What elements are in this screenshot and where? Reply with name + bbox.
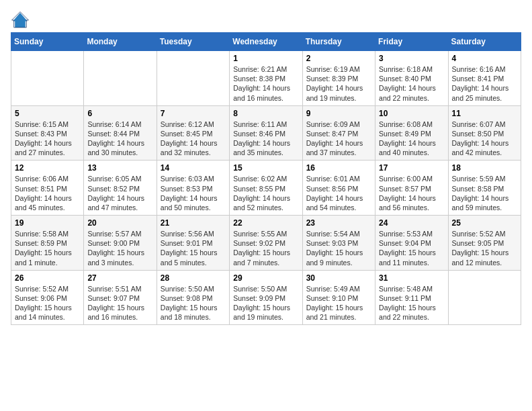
calendar-cell xyxy=(84,51,157,106)
calendar-cell: 3Sunrise: 6:18 AM Sunset: 8:40 PM Daylig… xyxy=(375,51,448,106)
day-detail: Sunrise: 5:50 AM Sunset: 9:08 PM Dayligh… xyxy=(161,284,226,322)
day-number: 14 xyxy=(161,163,226,173)
calendar-cell: 13Sunrise: 6:05 AM Sunset: 8:52 PM Dayli… xyxy=(84,161,157,216)
day-detail: Sunrise: 5:53 AM Sunset: 9:04 PM Dayligh… xyxy=(379,229,444,267)
day-detail: Sunrise: 5:52 AM Sunset: 9:05 PM Dayligh… xyxy=(452,229,517,267)
day-detail: Sunrise: 6:19 AM Sunset: 8:39 PM Dayligh… xyxy=(306,64,371,103)
weekday-header-wednesday: Wednesday xyxy=(230,33,302,51)
calendar-cell xyxy=(11,51,84,106)
calendar-cell: 11Sunrise: 6:07 AM Sunset: 8:50 PM Dayli… xyxy=(448,105,521,161)
day-number: 11 xyxy=(452,109,517,118)
day-detail: Sunrise: 6:18 AM Sunset: 8:40 PM Dayligh… xyxy=(379,64,444,103)
page-header xyxy=(11,11,521,30)
day-detail: Sunrise: 6:16 AM Sunset: 8:41 PM Dayligh… xyxy=(452,64,517,103)
svg-marker-0 xyxy=(13,13,28,28)
calendar-week-2: 5Sunrise: 6:15 AM Sunset: 8:43 PM Daylig… xyxy=(11,105,521,161)
calendar-cell: 30Sunrise: 5:49 AM Sunset: 9:10 PM Dayli… xyxy=(302,270,375,325)
day-number: 20 xyxy=(87,218,152,228)
calendar-cell: 26Sunrise: 5:52 AM Sunset: 9:06 PM Dayli… xyxy=(11,270,84,325)
calendar-cell: 15Sunrise: 6:02 AM Sunset: 8:55 PM Dayli… xyxy=(230,161,302,216)
day-detail: Sunrise: 6:12 AM Sunset: 8:45 PM Dayligh… xyxy=(161,120,226,158)
calendar-cell: 2Sunrise: 6:19 AM Sunset: 8:39 PM Daylig… xyxy=(302,51,375,106)
calendar-cell: 21Sunrise: 5:56 AM Sunset: 9:01 PM Dayli… xyxy=(157,216,229,271)
weekday-header-tuesday: Tuesday xyxy=(157,33,229,51)
day-number: 22 xyxy=(233,218,298,228)
day-detail: Sunrise: 6:06 AM Sunset: 8:51 PM Dayligh… xyxy=(15,174,80,212)
day-detail: Sunrise: 5:57 AM Sunset: 9:00 PM Dayligh… xyxy=(87,229,152,267)
day-number: 15 xyxy=(233,163,298,173)
weekday-header-monday: Monday xyxy=(84,33,157,51)
day-detail: Sunrise: 6:07 AM Sunset: 8:50 PM Dayligh… xyxy=(452,120,517,158)
day-number: 29 xyxy=(233,273,298,283)
day-number: 10 xyxy=(379,109,444,118)
calendar-cell: 14Sunrise: 6:03 AM Sunset: 8:53 PM Dayli… xyxy=(157,161,229,216)
day-number: 8 xyxy=(233,109,298,118)
day-detail: Sunrise: 5:59 AM Sunset: 8:58 PM Dayligh… xyxy=(452,174,517,212)
calendar-cell: 6Sunrise: 6:14 AM Sunset: 8:44 PM Daylig… xyxy=(84,105,157,161)
day-number: 3 xyxy=(379,54,444,63)
calendar-cell: 31Sunrise: 5:48 AM Sunset: 9:11 PM Dayli… xyxy=(375,270,448,325)
weekday-header-saturday: Saturday xyxy=(448,33,521,51)
day-detail: Sunrise: 5:48 AM Sunset: 9:11 PM Dayligh… xyxy=(379,284,444,322)
day-number: 17 xyxy=(379,163,444,173)
day-number: 2 xyxy=(306,54,371,63)
day-number: 26 xyxy=(15,273,80,283)
weekday-header-sunday: Sunday xyxy=(11,33,84,51)
day-detail: Sunrise: 5:56 AM Sunset: 9:01 PM Dayligh… xyxy=(161,229,226,267)
logo xyxy=(11,11,32,30)
day-detail: Sunrise: 5:49 AM Sunset: 9:10 PM Dayligh… xyxy=(306,284,371,322)
day-number: 19 xyxy=(15,218,80,228)
day-detail: Sunrise: 5:55 AM Sunset: 9:02 PM Dayligh… xyxy=(233,229,298,267)
calendar-cell: 17Sunrise: 6:00 AM Sunset: 8:57 PM Dayli… xyxy=(375,161,448,216)
day-detail: Sunrise: 5:52 AM Sunset: 9:06 PM Dayligh… xyxy=(15,284,80,322)
day-number: 12 xyxy=(15,163,80,173)
day-detail: Sunrise: 6:05 AM Sunset: 8:52 PM Dayligh… xyxy=(87,174,152,212)
day-detail: Sunrise: 6:00 AM Sunset: 8:57 PM Dayligh… xyxy=(379,174,444,212)
day-number: 5 xyxy=(15,109,80,118)
day-number: 31 xyxy=(379,273,444,283)
calendar-table: SundayMondayTuesdayWednesdayThursdayFrid… xyxy=(11,32,521,325)
weekday-header-friday: Friday xyxy=(375,33,448,51)
calendar-cell: 9Sunrise: 6:09 AM Sunset: 8:47 PM Daylig… xyxy=(302,105,375,161)
day-detail: Sunrise: 6:09 AM Sunset: 8:47 PM Dayligh… xyxy=(306,120,371,158)
calendar-cell: 28Sunrise: 5:50 AM Sunset: 9:08 PM Dayli… xyxy=(157,270,229,325)
weekday-header-thursday: Thursday xyxy=(302,33,375,51)
calendar-cell: 18Sunrise: 5:59 AM Sunset: 8:58 PM Dayli… xyxy=(448,161,521,216)
day-detail: Sunrise: 6:11 AM Sunset: 8:46 PM Dayligh… xyxy=(233,120,298,158)
day-number: 9 xyxy=(306,109,371,118)
day-detail: Sunrise: 5:58 AM Sunset: 8:59 PM Dayligh… xyxy=(15,229,80,267)
calendar-cell: 4Sunrise: 6:16 AM Sunset: 8:41 PM Daylig… xyxy=(448,51,521,106)
calendar-week-5: 26Sunrise: 5:52 AM Sunset: 9:06 PM Dayli… xyxy=(11,270,521,325)
day-detail: Sunrise: 6:01 AM Sunset: 8:56 PM Dayligh… xyxy=(306,174,371,212)
calendar-cell: 29Sunrise: 5:50 AM Sunset: 9:09 PM Dayli… xyxy=(230,270,302,325)
day-detail: Sunrise: 5:54 AM Sunset: 9:03 PM Dayligh… xyxy=(306,229,371,267)
day-number: 13 xyxy=(87,163,152,173)
calendar-cell: 23Sunrise: 5:54 AM Sunset: 9:03 PM Dayli… xyxy=(302,216,375,271)
calendar-header: SundayMondayTuesdayWednesdayThursdayFrid… xyxy=(11,33,521,51)
calendar-week-3: 12Sunrise: 6:06 AM Sunset: 8:51 PM Dayli… xyxy=(11,161,521,216)
day-detail: Sunrise: 6:21 AM Sunset: 8:38 PM Dayligh… xyxy=(233,64,298,103)
day-number: 23 xyxy=(306,218,371,228)
day-detail: Sunrise: 6:03 AM Sunset: 8:53 PM Dayligh… xyxy=(161,174,226,212)
calendar-cell: 1Sunrise: 6:21 AM Sunset: 8:38 PM Daylig… xyxy=(230,51,302,106)
day-number: 27 xyxy=(87,273,152,283)
day-detail: Sunrise: 6:14 AM Sunset: 8:44 PM Dayligh… xyxy=(87,120,152,158)
day-number: 25 xyxy=(452,218,517,228)
calendar-cell: 20Sunrise: 5:57 AM Sunset: 9:00 PM Dayli… xyxy=(84,216,157,271)
day-number: 4 xyxy=(452,54,517,63)
logo-icon xyxy=(11,11,30,30)
calendar-cell: 25Sunrise: 5:52 AM Sunset: 9:05 PM Dayli… xyxy=(448,216,521,271)
calendar-cell: 19Sunrise: 5:58 AM Sunset: 8:59 PM Dayli… xyxy=(11,216,84,271)
day-detail: Sunrise: 6:08 AM Sunset: 8:49 PM Dayligh… xyxy=(379,120,444,158)
day-detail: Sunrise: 6:15 AM Sunset: 8:43 PM Dayligh… xyxy=(15,120,80,158)
calendar-cell: 7Sunrise: 6:12 AM Sunset: 8:45 PM Daylig… xyxy=(157,105,229,161)
calendar-cell: 5Sunrise: 6:15 AM Sunset: 8:43 PM Daylig… xyxy=(11,105,84,161)
day-detail: Sunrise: 6:02 AM Sunset: 8:55 PM Dayligh… xyxy=(233,174,298,212)
day-number: 30 xyxy=(306,273,371,283)
day-number: 16 xyxy=(306,163,371,173)
calendar-cell: 12Sunrise: 6:06 AM Sunset: 8:51 PM Dayli… xyxy=(11,161,84,216)
calendar-cell: 22Sunrise: 5:55 AM Sunset: 9:02 PM Dayli… xyxy=(230,216,302,271)
day-number: 24 xyxy=(379,218,444,228)
calendar-cell: 24Sunrise: 5:53 AM Sunset: 9:04 PM Dayli… xyxy=(375,216,448,271)
calendar-cell xyxy=(448,270,521,325)
